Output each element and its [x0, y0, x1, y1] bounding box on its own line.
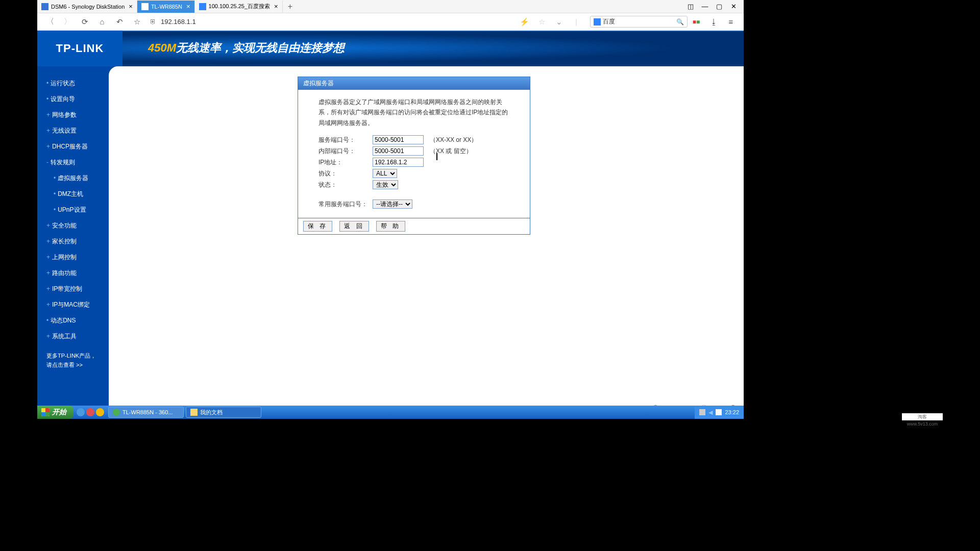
search-icon[interactable]: 🔍 [676, 18, 684, 26]
tab-favicon [199, 3, 206, 10]
close-button[interactable]: ✕ [726, 2, 741, 12]
home-button[interactable]: ⌂ [96, 16, 108, 28]
banner-text: 无线速率，实现无线自由连接梦想 [176, 41, 345, 54]
tab-favicon [41, 3, 48, 10]
service-port-hint: （XX-XX or XX） [430, 136, 477, 144]
app-icon [113, 409, 120, 416]
sidebar-item-access[interactable]: +上网控制 [37, 249, 104, 265]
app-icon[interactable] [96, 408, 104, 416]
internal-port-input[interactable] [373, 146, 424, 156]
url-input[interactable]: ⛨ 192.168.1.1 [150, 18, 507, 26]
tab-favicon [141, 3, 149, 10]
ip-input[interactable] [373, 158, 424, 167]
tray-icon[interactable] [699, 409, 705, 415]
taskbar-item-documents[interactable]: 我的文档 [186, 407, 261, 418]
ie-icon[interactable] [77, 408, 85, 416]
close-icon[interactable]: × [129, 3, 133, 10]
back-button[interactable]: 〈 [44, 16, 56, 28]
sidebar-item-network[interactable]: +网络参数 [37, 107, 104, 123]
sidebar-item-wireless[interactable]: +无线设置 [37, 123, 104, 139]
sidebar-item-routing[interactable]: +路由功能 [37, 265, 104, 281]
shield-icon: ⛨ [150, 18, 158, 26]
browser-tab-bar: DSM6 - Synology DiskStation × TL-WR885N … [37, 0, 744, 13]
search-box[interactable]: 百度 🔍 [590, 16, 688, 28]
start-button[interactable]: 开始 [37, 406, 74, 419]
tab-label: 100.100.25.25_百度搜索 [209, 3, 270, 10]
tab-baidu[interactable]: 100.100.25.25_百度搜索 × [195, 1, 283, 13]
divider: | [571, 16, 582, 28]
internal-port-label: 内部端口号： [318, 147, 373, 156]
forward-button[interactable]: 〉 [62, 16, 73, 28]
service-port-label: 服务端口号： [318, 136, 373, 144]
sidebar-item-system[interactable]: +系统工具 [37, 329, 104, 344]
reload-button[interactable]: ⟳ [79, 16, 90, 28]
sidebar-item-ddns[interactable]: •动态DNS [37, 313, 104, 329]
tray-icon[interactable]: ◀ [708, 409, 713, 416]
common-port-label: 常用服务端口号： [318, 200, 373, 209]
sidebar-item-dhcp[interactable]: +DHCP服务器 [37, 139, 104, 155]
maximize-button[interactable]: ▢ [712, 2, 726, 12]
windows-logo-icon [41, 408, 50, 416]
form-description: 虚拟服务器定义了广域网服务端口和局域网网络服务器之间的映射关系，所有对该广域网服… [318, 97, 523, 128]
start-label: 开始 [52, 408, 66, 417]
tab-dsm[interactable]: DSM6 - Synology DiskStation × [37, 1, 137, 13]
sidebar-item-forwarding[interactable]: -转发规则 [37, 155, 104, 170]
help-button[interactable]: 帮 助 [376, 221, 405, 232]
common-port-select[interactable]: --请选择-- [373, 199, 412, 209]
sidebar-item-virtual-server[interactable]: •虚拟服务器 [37, 170, 104, 186]
router-header: TP-LINK 450M无线速率，实现无线自由连接梦想 [37, 31, 744, 66]
apps-icon[interactable]: ■■ [691, 16, 702, 28]
sidebar-item-status[interactable]: •运行状态 [37, 76, 104, 91]
logo: TP-LINK [37, 31, 122, 66]
virtual-server-form: 虚拟服务器 虚拟服务器定义了广域网服务端口和局域网网络服务器之间的映射关系，所有… [298, 77, 530, 235]
protocol-select[interactable]: ALL [373, 169, 397, 178]
undo-button[interactable]: ↶ [114, 16, 125, 28]
windows-taskbar: 开始 TL-WR885N - 360... 我的文档 ◀ 23:22 [37, 406, 744, 419]
dropdown-icon[interactable]: ⌄ [553, 16, 565, 28]
sidebar-item-parental[interactable]: +家长控制 [37, 234, 104, 249]
system-tray: ◀ 23:22 [695, 406, 744, 419]
text-cursor [436, 153, 437, 160]
back-button[interactable]: 返 回 [339, 221, 369, 232]
sidebar-more-link[interactable]: 更多TP-LINK产品，请点击查看 >> [37, 344, 104, 371]
banner-prefix: 450M [148, 41, 176, 54]
logo-text: TP-LINK [56, 42, 104, 55]
address-bar: 〈 〉 ⟳ ⌂ ↶ ☆ ⛨ 192.168.1.1 ⚡ ☆ ⌄ | 百度 🔍 ■… [37, 13, 744, 31]
status-select[interactable]: 生效 [373, 180, 398, 189]
tab-tplink[interactable]: TL-WR885N × [137, 1, 195, 13]
tab-label: DSM6 - Synology DiskStation [51, 4, 125, 10]
folder-icon [190, 409, 198, 416]
baidu-icon [594, 18, 601, 26]
sidebar-item-ipmac[interactable]: +IP与MAC绑定 [37, 297, 104, 313]
taskbar-item-label: 我的文档 [200, 409, 223, 416]
star-icon[interactable]: ☆ [536, 16, 547, 28]
sidebar-item-wizard[interactable]: •设置向导 [37, 91, 104, 107]
sidebar-item-bandwidth[interactable]: +IP带宽控制 [37, 281, 104, 297]
sidebar-item-upnp[interactable]: •UPnP设置 [37, 202, 104, 218]
download-icon[interactable]: ⭳ [708, 16, 719, 28]
search-engine-label: 百度 [603, 17, 615, 26]
minimize-button[interactable]: — [698, 2, 712, 12]
watermark: 淘客 www.5v13.com [902, 413, 943, 420]
save-button[interactable]: 保 存 [303, 221, 332, 232]
sidebar-item-dmz[interactable]: •DMZ主机 [37, 186, 104, 202]
service-port-input[interactable] [373, 135, 424, 144]
taskbar-item-label: TL-WR885N - 360... [122, 409, 173, 415]
banner: 450M无线速率，实现无线自由连接梦想 [122, 31, 744, 66]
menu-icon[interactable]: ≡ [725, 16, 737, 28]
sidebar-item-security[interactable]: +安全功能 [37, 218, 104, 234]
url-text: 192.168.1.1 [161, 18, 196, 26]
feature-icon[interactable]: ◫ [683, 2, 698, 12]
tray-icon[interactable] [716, 409, 722, 415]
ip-label: IP地址： [318, 158, 373, 167]
taskbar-item-browser[interactable]: TL-WR885N - 360... [108, 407, 184, 418]
clock[interactable]: 23:22 [725, 409, 739, 415]
favorite-button[interactable]: ☆ [131, 16, 142, 28]
new-tab-button[interactable]: + [283, 2, 298, 11]
close-icon[interactable]: × [186, 3, 190, 10]
protocol-label: 协议： [318, 169, 373, 178]
app-icon[interactable] [86, 408, 94, 416]
sidebar-nav: •运行状态 •设置向导 +网络参数 +无线设置 +DHCP服务器 -转发规则 •… [37, 66, 104, 416]
flash-icon[interactable]: ⚡ [519, 16, 530, 28]
close-icon[interactable]: × [274, 3, 278, 10]
